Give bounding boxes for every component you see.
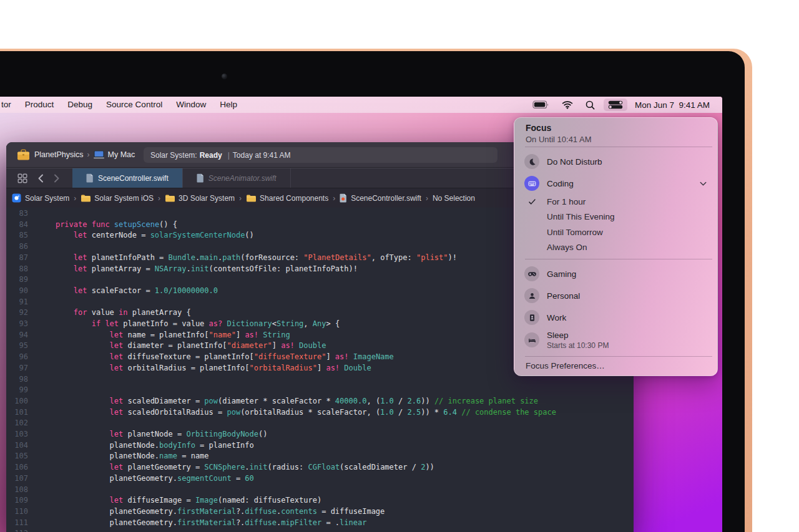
code-line: 102 [6, 418, 634, 429]
run-destination[interactable]: My Mac [108, 150, 135, 159]
code-text: let name = planetInfo["name"] as! String [37, 330, 290, 341]
breadcrumb-segment-5[interactable]: SceneController.swift› [340, 193, 433, 203]
code-text: let planetNode = OrbitingBodyNode() [37, 429, 267, 440]
bed-icon [524, 332, 539, 347]
code-text: let scaledOrbitalRadius = pow(orbitalRad… [37, 407, 556, 418]
code-line: 103 let planetNode = OrbitingBodyNode() [6, 429, 634, 440]
code-line: 108 [6, 485, 634, 496]
breadcrumb-segment-2[interactable]: Solar System iOS› [81, 194, 165, 203]
line-number: 98 [6, 374, 28, 385]
menu-item-source-control[interactable]: Source Control [99, 97, 169, 113]
code-text: let scaleFactor = 1.0/10000000.0 [37, 286, 218, 297]
focus-mode-coding[interactable]: Coding [514, 175, 717, 192]
code-line: 101 let scaledOrbitalRadius = pow(orbita… [6, 407, 634, 418]
line-number: 112 [6, 528, 28, 532]
focus-mode-do-not-disturb[interactable]: Do Not Disturb [514, 153, 717, 170]
line-number: 106 [6, 462, 28, 473]
line-number: 89 [6, 274, 28, 286]
code-line: 106 let planetGeometry = SCNSphere.init(… [6, 462, 634, 473]
focus-duration-until-tomorrow[interactable]: Until Tomorrow [514, 226, 717, 238]
code-text: let scaledDiameter = pow(diameter * scal… [37, 396, 538, 407]
line-number: 100 [6, 396, 28, 407]
line-number: 107 [6, 473, 28, 485]
focus-preferences-link[interactable]: Focus Preferences… [526, 361, 605, 370]
battery-icon[interactable] [532, 100, 549, 109]
line-number: 86 [6, 241, 28, 253]
menu-bar-status: Mon Jun 7 9:41 AM [520, 97, 722, 113]
focus-duration-until-this-evening[interactable]: Until This Evening [514, 211, 717, 223]
code-text: let centerNode = solarSystemCenterNode() [37, 230, 254, 241]
focus-panel: FocusOn Until 10:41 AMDo Not DisturbCodi… [514, 117, 718, 376]
menu-bar-clock[interactable]: Mon Jun 7 9:41 AM [635, 100, 710, 110]
clock-date: Mon Jun 7 [635, 100, 674, 110]
keyboard-icon [524, 176, 539, 191]
line-number: 101 [6, 407, 28, 418]
focus-mode-gaming[interactable]: Gaming [514, 265, 717, 283]
menu-item-window[interactable]: Window [169, 97, 213, 113]
duration-label: Always On [547, 243, 587, 252]
webcam-dot [222, 74, 227, 79]
code-text: planetNode.bodyInfo = planetInfo [37, 440, 254, 452]
line-number: 96 [6, 352, 28, 363]
run-destination-icon[interactable] [94, 150, 104, 159]
code-text: let planetGeometry = SCNSphere.init(radi… [37, 462, 434, 473]
line-number: 84 [6, 220, 28, 231]
control-center-icon[interactable] [604, 99, 627, 111]
breadcrumb-label: No Selection [433, 194, 475, 203]
line-number: 97 [6, 363, 28, 374]
activity-state: Ready [200, 151, 222, 160]
breadcrumb-separator: › [333, 194, 335, 203]
menu-item-help[interactable]: Help [213, 97, 244, 113]
chevron-down-icon[interactable] [698, 178, 708, 189]
line-number: 108 [6, 485, 28, 496]
wifi-icon[interactable] [562, 100, 573, 109]
scheme-briefcase-icon[interactable] [17, 149, 30, 161]
focus-mode-sleep[interactable]: SleepStarts at 10:30 PM [514, 330, 717, 350]
breadcrumb-label: Shared Components [260, 194, 328, 203]
menu-bar-menus: torProductDebugSource ControlWindowHelp [0, 97, 244, 113]
tab-label: SceneController.swift [98, 174, 169, 183]
menu-item-tor[interactable]: tor [0, 97, 18, 113]
menu-item-product[interactable]: Product [18, 97, 61, 113]
breadcrumb-segment-1[interactable]: Solar System› [12, 193, 81, 203]
focus-duration-always-on[interactable]: Always On [514, 241, 717, 254]
line-number: 90 [6, 286, 28, 297]
breadcrumb-segment-4[interactable]: Shared Components› [246, 194, 340, 203]
code-line: 104 planetNode.bodyInfo = planetInfo [6, 440, 634, 452]
code-text: let diffuseTexture = planetInfo["diffuse… [37, 352, 394, 363]
line-number: 102 [6, 418, 28, 429]
focus-duration-for-1-hour[interactable]: For 1 hour [514, 195, 717, 208]
line-number: 83 [6, 208, 28, 220]
code-text: planetGeometry.segmentCount = 60 [37, 473, 254, 485]
focus-mode-work[interactable]: Work [514, 309, 717, 326]
check-icon [527, 197, 537, 206]
focus-mode-label: Do Not Disturb [547, 157, 602, 167]
line-number: 110 [6, 506, 28, 518]
moon-icon [524, 154, 539, 169]
forward-chevron-icon[interactable] [54, 174, 60, 183]
menu-item-debug[interactable]: Debug [61, 97, 99, 113]
folder-icon [165, 194, 175, 202]
tab-scenecontroller-swift[interactable]: SceneController.swift [72, 168, 183, 188]
line-number: 103 [6, 429, 28, 440]
line-number: 94 [6, 330, 28, 341]
focus-mode-personal[interactable]: Personal [514, 287, 717, 304]
breadcrumb-separator: › [74, 194, 76, 203]
editor-layout-grid-icon[interactable] [17, 173, 27, 183]
code-line: 112 [6, 528, 634, 532]
line-number: 95 [6, 341, 28, 352]
activity-divider: | [228, 151, 230, 160]
screen: torProductDebugSource ControlWindowHelp … [0, 97, 722, 532]
macbook-frame: torProductDebugSource ControlWindowHelp … [0, 49, 752, 532]
person-icon [524, 288, 539, 303]
search-icon[interactable] [586, 100, 595, 110]
menu-bar: torProductDebugSource ControlWindowHelp … [0, 97, 722, 113]
breadcrumb-segment-6[interactable]: No Selection [433, 194, 475, 203]
breadcrumb-segment-3[interactable]: 3D Solar System› [165, 194, 246, 203]
back-chevron-icon[interactable] [37, 174, 44, 183]
code-line: 111 planetGeometry.firstMaterial?.diffus… [6, 518, 634, 529]
tab-sceneanimator-swift[interactable]: SceneAnimator.swift [183, 168, 291, 188]
code-text: let orbitalRadius = planetInfo["orbitalR… [37, 363, 371, 374]
code-text: planetGeometry.firstMaterial?.diffuse.co… [37, 506, 385, 518]
scheme-name[interactable]: PlanetPhysics [34, 150, 84, 159]
